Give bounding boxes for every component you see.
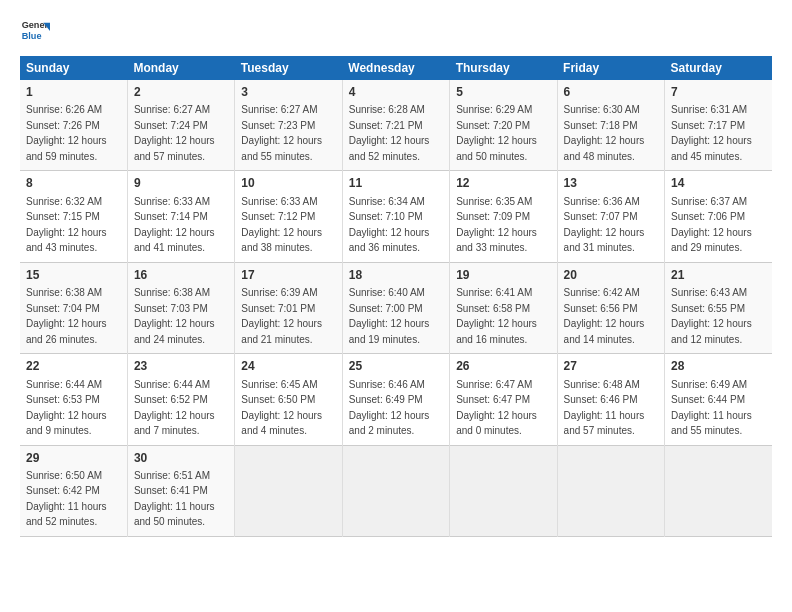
day-number: 26 bbox=[456, 358, 550, 375]
day-cell: 19Sunrise: 6:41 AMSunset: 6:58 PMDayligh… bbox=[450, 262, 557, 353]
day-detail: Sunrise: 6:36 AMSunset: 7:07 PMDaylight:… bbox=[564, 196, 645, 254]
col-header-thursday: Thursday bbox=[450, 56, 557, 80]
day-cell: 28Sunrise: 6:49 AMSunset: 6:44 PMDayligh… bbox=[665, 354, 772, 445]
day-number: 19 bbox=[456, 267, 550, 284]
day-number: 28 bbox=[671, 358, 766, 375]
day-number: 22 bbox=[26, 358, 121, 375]
day-cell: 7Sunrise: 6:31 AMSunset: 7:17 PMDaylight… bbox=[665, 80, 772, 171]
days-header: SundayMondayTuesdayWednesdayThursdayFrid… bbox=[20, 56, 772, 80]
day-cell: 6Sunrise: 6:30 AMSunset: 7:18 PMDaylight… bbox=[557, 80, 664, 171]
day-cell: 9Sunrise: 6:33 AMSunset: 7:14 PMDaylight… bbox=[127, 171, 234, 262]
day-detail: Sunrise: 6:44 AMSunset: 6:53 PMDaylight:… bbox=[26, 379, 107, 437]
day-cell bbox=[557, 445, 664, 536]
day-number: 10 bbox=[241, 175, 335, 192]
day-cell: 18Sunrise: 6:40 AMSunset: 7:00 PMDayligh… bbox=[342, 262, 449, 353]
day-cell: 22Sunrise: 6:44 AMSunset: 6:53 PMDayligh… bbox=[20, 354, 127, 445]
day-cell: 14Sunrise: 6:37 AMSunset: 7:06 PMDayligh… bbox=[665, 171, 772, 262]
day-detail: Sunrise: 6:40 AMSunset: 7:00 PMDaylight:… bbox=[349, 287, 430, 345]
day-detail: Sunrise: 6:26 AMSunset: 7:26 PMDaylight:… bbox=[26, 104, 107, 162]
day-detail: Sunrise: 6:30 AMSunset: 7:18 PMDaylight:… bbox=[564, 104, 645, 162]
day-detail: Sunrise: 6:45 AMSunset: 6:50 PMDaylight:… bbox=[241, 379, 322, 437]
day-detail: Sunrise: 6:33 AMSunset: 7:12 PMDaylight:… bbox=[241, 196, 322, 254]
day-cell: 2Sunrise: 6:27 AMSunset: 7:24 PMDaylight… bbox=[127, 80, 234, 171]
day-detail: Sunrise: 6:33 AMSunset: 7:14 PMDaylight:… bbox=[134, 196, 215, 254]
day-number: 23 bbox=[134, 358, 228, 375]
day-detail: Sunrise: 6:44 AMSunset: 6:52 PMDaylight:… bbox=[134, 379, 215, 437]
calendar-body: 1Sunrise: 6:26 AMSunset: 7:26 PMDaylight… bbox=[20, 80, 772, 536]
col-header-monday: Monday bbox=[127, 56, 234, 80]
day-detail: Sunrise: 6:31 AMSunset: 7:17 PMDaylight:… bbox=[671, 104, 752, 162]
day-cell: 5Sunrise: 6:29 AMSunset: 7:20 PMDaylight… bbox=[450, 80, 557, 171]
day-detail: Sunrise: 6:32 AMSunset: 7:15 PMDaylight:… bbox=[26, 196, 107, 254]
day-detail: Sunrise: 6:51 AMSunset: 6:41 PMDaylight:… bbox=[134, 470, 215, 528]
day-number: 30 bbox=[134, 450, 228, 467]
week-row: 1Sunrise: 6:26 AMSunset: 7:26 PMDaylight… bbox=[20, 80, 772, 171]
day-detail: Sunrise: 6:27 AMSunset: 7:24 PMDaylight:… bbox=[134, 104, 215, 162]
day-cell bbox=[342, 445, 449, 536]
day-number: 6 bbox=[564, 84, 658, 101]
day-detail: Sunrise: 6:43 AMSunset: 6:55 PMDaylight:… bbox=[671, 287, 752, 345]
day-number: 13 bbox=[564, 175, 658, 192]
day-number: 18 bbox=[349, 267, 443, 284]
day-cell: 17Sunrise: 6:39 AMSunset: 7:01 PMDayligh… bbox=[235, 262, 342, 353]
day-detail: Sunrise: 6:38 AMSunset: 7:03 PMDaylight:… bbox=[134, 287, 215, 345]
day-cell: 4Sunrise: 6:28 AMSunset: 7:21 PMDaylight… bbox=[342, 80, 449, 171]
day-number: 24 bbox=[241, 358, 335, 375]
col-header-tuesday: Tuesday bbox=[235, 56, 342, 80]
day-cell: 1Sunrise: 6:26 AMSunset: 7:26 PMDaylight… bbox=[20, 80, 127, 171]
day-cell: 29Sunrise: 6:50 AMSunset: 6:42 PMDayligh… bbox=[20, 445, 127, 536]
day-cell: 26Sunrise: 6:47 AMSunset: 6:47 PMDayligh… bbox=[450, 354, 557, 445]
day-detail: Sunrise: 6:50 AMSunset: 6:42 PMDaylight:… bbox=[26, 470, 107, 528]
day-number: 17 bbox=[241, 267, 335, 284]
day-number: 25 bbox=[349, 358, 443, 375]
day-number: 20 bbox=[564, 267, 658, 284]
day-number: 4 bbox=[349, 84, 443, 101]
day-detail: Sunrise: 6:42 AMSunset: 6:56 PMDaylight:… bbox=[564, 287, 645, 345]
day-number: 29 bbox=[26, 450, 121, 467]
day-cell: 11Sunrise: 6:34 AMSunset: 7:10 PMDayligh… bbox=[342, 171, 449, 262]
day-number: 7 bbox=[671, 84, 766, 101]
day-cell: 15Sunrise: 6:38 AMSunset: 7:04 PMDayligh… bbox=[20, 262, 127, 353]
day-detail: Sunrise: 6:27 AMSunset: 7:23 PMDaylight:… bbox=[241, 104, 322, 162]
day-number: 27 bbox=[564, 358, 658, 375]
day-cell: 23Sunrise: 6:44 AMSunset: 6:52 PMDayligh… bbox=[127, 354, 234, 445]
day-cell: 27Sunrise: 6:48 AMSunset: 6:46 PMDayligh… bbox=[557, 354, 664, 445]
day-detail: Sunrise: 6:47 AMSunset: 6:47 PMDaylight:… bbox=[456, 379, 537, 437]
day-detail: Sunrise: 6:37 AMSunset: 7:06 PMDaylight:… bbox=[671, 196, 752, 254]
week-row: 29Sunrise: 6:50 AMSunset: 6:42 PMDayligh… bbox=[20, 445, 772, 536]
day-cell: 25Sunrise: 6:46 AMSunset: 6:49 PMDayligh… bbox=[342, 354, 449, 445]
day-number: 11 bbox=[349, 175, 443, 192]
week-row: 22Sunrise: 6:44 AMSunset: 6:53 PMDayligh… bbox=[20, 354, 772, 445]
day-number: 21 bbox=[671, 267, 766, 284]
col-header-sunday: Sunday bbox=[20, 56, 127, 80]
day-cell: 10Sunrise: 6:33 AMSunset: 7:12 PMDayligh… bbox=[235, 171, 342, 262]
col-header-saturday: Saturday bbox=[665, 56, 772, 80]
day-detail: Sunrise: 6:29 AMSunset: 7:20 PMDaylight:… bbox=[456, 104, 537, 162]
day-detail: Sunrise: 6:38 AMSunset: 7:04 PMDaylight:… bbox=[26, 287, 107, 345]
day-number: 9 bbox=[134, 175, 228, 192]
day-cell: 16Sunrise: 6:38 AMSunset: 7:03 PMDayligh… bbox=[127, 262, 234, 353]
svg-text:Blue: Blue bbox=[22, 31, 42, 41]
day-number: 16 bbox=[134, 267, 228, 284]
day-detail: Sunrise: 6:48 AMSunset: 6:46 PMDaylight:… bbox=[564, 379, 645, 437]
day-number: 1 bbox=[26, 84, 121, 101]
day-number: 12 bbox=[456, 175, 550, 192]
day-cell: 21Sunrise: 6:43 AMSunset: 6:55 PMDayligh… bbox=[665, 262, 772, 353]
day-number: 5 bbox=[456, 84, 550, 101]
day-cell: 30Sunrise: 6:51 AMSunset: 6:41 PMDayligh… bbox=[127, 445, 234, 536]
col-header-friday: Friday bbox=[557, 56, 664, 80]
logo: General Blue bbox=[20, 16, 50, 46]
day-detail: Sunrise: 6:41 AMSunset: 6:58 PMDaylight:… bbox=[456, 287, 537, 345]
col-header-wednesday: Wednesday bbox=[342, 56, 449, 80]
day-cell: 20Sunrise: 6:42 AMSunset: 6:56 PMDayligh… bbox=[557, 262, 664, 353]
day-number: 3 bbox=[241, 84, 335, 101]
day-detail: Sunrise: 6:49 AMSunset: 6:44 PMDaylight:… bbox=[671, 379, 752, 437]
day-cell: 8Sunrise: 6:32 AMSunset: 7:15 PMDaylight… bbox=[20, 171, 127, 262]
day-cell: 13Sunrise: 6:36 AMSunset: 7:07 PMDayligh… bbox=[557, 171, 664, 262]
day-cell bbox=[235, 445, 342, 536]
day-detail: Sunrise: 6:46 AMSunset: 6:49 PMDaylight:… bbox=[349, 379, 430, 437]
day-number: 2 bbox=[134, 84, 228, 101]
day-number: 15 bbox=[26, 267, 121, 284]
day-cell bbox=[450, 445, 557, 536]
day-cell: 3Sunrise: 6:27 AMSunset: 7:23 PMDaylight… bbox=[235, 80, 342, 171]
